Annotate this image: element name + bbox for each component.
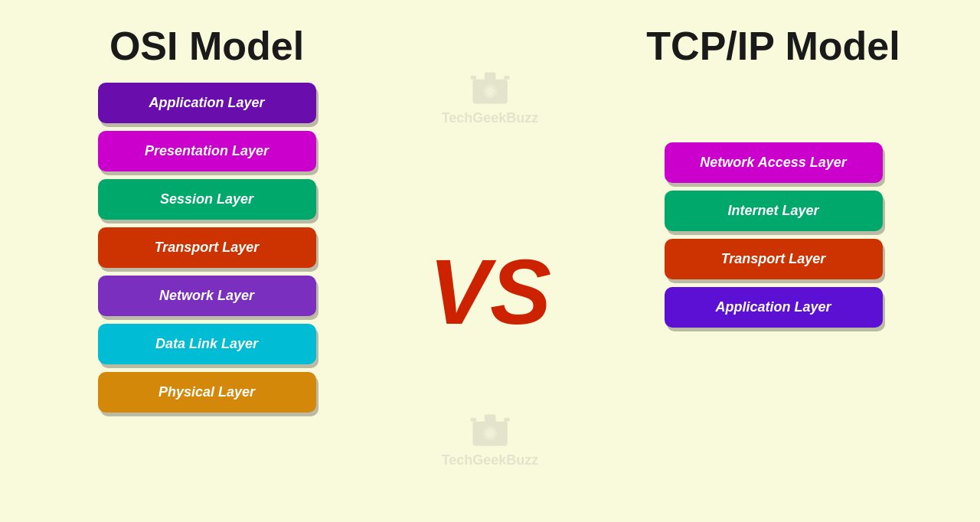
osi-title: OSI Model [109, 23, 304, 69]
svg-rect-3 [485, 73, 496, 81]
svg-point-8 [486, 429, 495, 438]
vs-label: VS [429, 246, 551, 338]
tcpip-layers-list: Network Access LayerInternet LayerTransp… [612, 142, 934, 328]
osi-layer-6: Physical Layer [98, 372, 316, 413]
watermark-top: TechGeekBuzz [442, 69, 539, 126]
svg-rect-11 [504, 418, 509, 422]
watermark-bottom-icon [469, 411, 511, 449]
tcpip-layer-1: Internet Layer [665, 191, 883, 231]
watermark-bottom-text: TechGeekBuzz [442, 452, 539, 468]
osi-layer-3: Transport Layer [98, 227, 316, 268]
tcpip-layer-0: Network Access Layer [665, 142, 883, 183]
tcpip-title: TCP/IP Model [646, 23, 900, 69]
svg-rect-9 [485, 415, 496, 423]
osi-layer-4: Network Layer [98, 276, 316, 316]
osi-layer-0: Application Layer [98, 83, 316, 123]
osi-layer-2: Session Layer [98, 179, 316, 220]
svg-rect-10 [471, 418, 476, 422]
osi-layers-list: Application LayerPresentation LayerSessi… [46, 83, 368, 413]
tcpip-layer-3: Application Layer [665, 287, 883, 328]
watermark-top-text: TechGeekBuzz [442, 110, 539, 126]
osi-layer-1: Presentation Layer [98, 131, 316, 171]
osi-layer-5: Data Link Layer [98, 324, 316, 364]
svg-rect-4 [471, 76, 476, 80]
osi-section: OSI Model Application LayerPresentation … [46, 23, 368, 413]
svg-rect-5 [504, 76, 509, 80]
watermark-bottom: TechGeekBuzz [442, 411, 539, 468]
tcpip-layer-2: Transport Layer [665, 239, 883, 279]
watermark-top-icon [469, 69, 511, 107]
tcpip-section: TCP/IP Model Network Access LayerInterne… [612, 23, 934, 328]
main-container: OSI Model Application LayerPresentation … [0, 0, 980, 522]
center-section: TechGeekBuzz VS TechGeekBuzz [383, 23, 597, 499]
svg-point-2 [486, 87, 495, 96]
